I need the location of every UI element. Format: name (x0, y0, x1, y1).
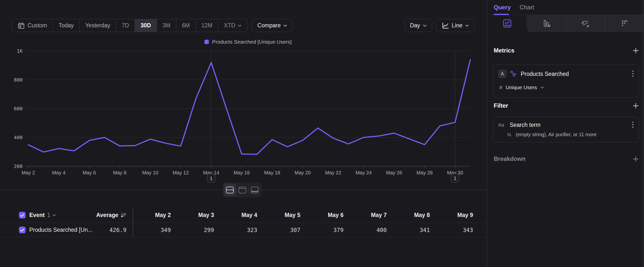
line-chart-icon (442, 22, 449, 29)
chevron-down-icon (238, 24, 242, 27)
sidebar-tabs: Query Chart (488, 0, 644, 15)
plus-icon (632, 47, 639, 54)
split-view-button[interactable] (224, 183, 236, 196)
y-axis-label: 800 (14, 77, 23, 83)
date-range-7d-button[interactable]: 7D (116, 19, 134, 32)
annotation-marker[interactable]: 1 (207, 174, 215, 182)
table-view-button[interactable] (248, 183, 261, 196)
granularity-dropdown[interactable]: Day (404, 19, 432, 32)
date-range-label: Custom (28, 22, 47, 29)
sort-desc-icon (120, 212, 126, 218)
retention-icon (620, 19, 629, 28)
y-axis-label: 200 (14, 163, 23, 169)
x-axis-label: May 6 (83, 170, 96, 175)
layout-toggle (222, 182, 262, 197)
date-value-cell: 323 (214, 227, 257, 233)
chevron-down-icon (284, 24, 287, 27)
toolbar-right-group: Day Line (404, 19, 474, 32)
date-range-today-button[interactable]: Today (53, 19, 79, 32)
tab-funnels[interactable] (527, 15, 566, 32)
date-range-picker: Custom Today Yesterday 7D 30D 3M 6M 12M … (12, 19, 248, 32)
date-range-6m-button[interactable]: 6M (176, 19, 196, 32)
main-panel: 2004006008001KMay 2May 4May 6May 8May 10… (0, 0, 487, 267)
add-breakdown-button[interactable] (632, 156, 639, 162)
tab-insights[interactable] (488, 15, 527, 32)
annotation-marker-label: 1 (210, 176, 212, 181)
date-column-header: May 2 (128, 212, 171, 218)
date-range-3m-button[interactable]: 3M (157, 19, 176, 32)
legend-label: Products Searched [Unique Users] (212, 39, 292, 45)
scrollbar-track[interactable] (642, 0, 644, 267)
add-metric-button[interactable] (632, 47, 639, 54)
date-value-cell: 299 (171, 227, 214, 233)
filter-card[interactable]: Aa Search term Is (empty string), Air pu… (493, 117, 639, 142)
y-axis-label: 600 (14, 106, 23, 112)
date-value-cells: 349299323307379400341343 (128, 223, 473, 237)
chart-toolbar: Custom Today Yesterday 7D 30D 3M 6M 12M … (12, 19, 474, 32)
plus-icon (632, 156, 639, 162)
date-range-yesterday-button[interactable]: Yesterday (80, 19, 116, 32)
tab-query[interactable]: Query (494, 4, 511, 11)
aggregation-selector[interactable]: # Unique Users (499, 83, 544, 92)
metric-options-button[interactable] (631, 69, 635, 79)
check-icon (20, 228, 24, 232)
x-axis-label: May 28 (416, 170, 433, 175)
calendar-icon (18, 22, 25, 29)
date-column-headers: May 2May 3May 4May 5May 6May 7May 8May 9 (128, 208, 473, 223)
y-axis-label: 400 (14, 134, 23, 140)
add-filter-button[interactable] (632, 102, 639, 109)
chart-type-dropdown[interactable]: Line (436, 19, 474, 32)
row-checkbox[interactable] (19, 227, 26, 233)
results-table: Event 1 Average May 2May 3May 4May 5May … (0, 208, 487, 237)
date-range-12m-button[interactable]: 12M (196, 19, 218, 32)
aggregation-label: Unique Users (506, 85, 537, 90)
x-axis-label: May 24 (356, 170, 372, 175)
x-axis-label: May 10 (142, 170, 158, 175)
filter-property-name[interactable]: Search term (510, 122, 540, 128)
x-axis-label: May 20 (295, 170, 311, 175)
annotation-marker[interactable]: 1 (451, 174, 459, 182)
x-axis-label: May 22 (325, 170, 342, 175)
x-axis-label: May 12 (173, 170, 189, 175)
table-header-row: Event 1 Average May 2May 3May 4May 5May … (0, 208, 487, 223)
tab-flows[interactable] (566, 15, 605, 32)
tab-chart[interactable]: Chart (520, 4, 534, 11)
event-column-header[interactable]: Event 1 (29, 212, 56, 218)
chart-legend[interactable]: Products Searched [Unique Users] (26, 39, 470, 45)
plus-icon (632, 102, 639, 109)
chart-view-button[interactable] (236, 183, 249, 196)
y-axis-label: 1K (17, 48, 23, 54)
text-type-icon: Aa (498, 122, 506, 128)
breakdown-section-header: Breakdown (494, 155, 639, 163)
date-column-header: May 4 (214, 212, 257, 218)
metric-letter-badge: A (498, 70, 506, 78)
date-column-header: May 3 (171, 212, 214, 218)
date-column-header: May 8 (387, 212, 430, 218)
metric-event-name[interactable]: Products Searched (521, 71, 569, 77)
x-axis-label: May 4 (52, 170, 66, 175)
analytics-app: 2004006008001KMay 2May 4May 6May 8May 10… (0, 0, 644, 267)
kebab-icon (632, 121, 634, 129)
tab-retention[interactable] (605, 15, 644, 32)
chart-view-icon (238, 187, 246, 193)
table-column-divider (132, 208, 133, 237)
date-range-xtd-dropdown[interactable]: XTD (218, 19, 247, 32)
average-column-header[interactable]: Average (69, 208, 126, 223)
date-column-header: May 6 (300, 212, 344, 218)
date-column-header: May 7 (344, 212, 387, 218)
insight-type-tabs (488, 15, 644, 32)
date-range-30d-button[interactable]: 30D (134, 19, 156, 32)
filter-condition[interactable]: Is (empty string), Air purifier, or 11 m… (507, 132, 596, 137)
compare-button[interactable]: Compare (252, 19, 293, 32)
date-value-cell: 341 (387, 227, 430, 233)
date-range-custom-button[interactable]: Custom (12, 19, 53, 32)
legend-swatch (204, 40, 209, 44)
metric-card[interactable]: A Products Searched # Unique Users (493, 65, 639, 98)
date-value-cell: 349 (128, 227, 171, 233)
filter-options-button[interactable] (631, 120, 635, 130)
date-value-cell: 379 (300, 227, 344, 233)
filter-card-header: Aa Search term (498, 119, 635, 130)
annotation-marker-label: 1 (454, 176, 456, 181)
select-all-checkbox[interactable] (19, 212, 26, 218)
x-axis-label: May 2 (22, 170, 35, 175)
